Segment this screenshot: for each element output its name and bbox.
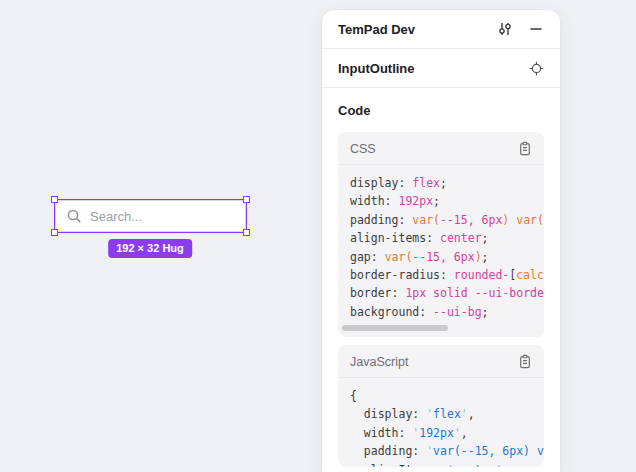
locate-target-icon[interactable] xyxy=(529,61,544,76)
javascript-block-label: JavaScript xyxy=(350,355,518,369)
css-block-label: CSS xyxy=(350,142,518,156)
css-block-header: CSS xyxy=(338,132,544,165)
panel-content: Code CSS display: flex;width: 192px;padd… xyxy=(322,88,560,467)
clipboard-copy-icon[interactable] xyxy=(518,141,532,156)
panel-title: TemPad Dev xyxy=(338,22,497,37)
clipboard-copy-icon[interactable] xyxy=(518,354,532,369)
search-placeholder: Search... xyxy=(90,209,142,224)
tempad-dev-panel: TemPad Dev InputOutline xyxy=(322,10,560,472)
javascript-block-header: JavaScript xyxy=(338,345,544,378)
minimize-icon[interactable] xyxy=(528,21,544,37)
css-code-text: display: flex;width: 192px;padding: var(… xyxy=(338,165,544,337)
javascript-code-block: JavaScript { display: 'flex', width: '19… xyxy=(338,345,544,467)
search-input[interactable]: Search... xyxy=(55,200,246,232)
panel-header: TemPad Dev xyxy=(322,10,560,49)
size-badge: 192 × 32 Hug xyxy=(108,239,192,258)
component-name: InputOutline xyxy=(338,61,529,76)
horizontal-scrollbar[interactable] xyxy=(342,325,448,331)
search-icon xyxy=(66,208,82,224)
sliders-icon[interactable] xyxy=(497,21,513,37)
code-section-title: Code xyxy=(338,103,544,118)
javascript-code-text: { display: 'flex', width: '192px', paddi… xyxy=(338,378,544,467)
selected-component-row: InputOutline xyxy=(322,49,560,88)
css-code-block: CSS display: flex;width: 192px;padding: … xyxy=(338,132,544,337)
